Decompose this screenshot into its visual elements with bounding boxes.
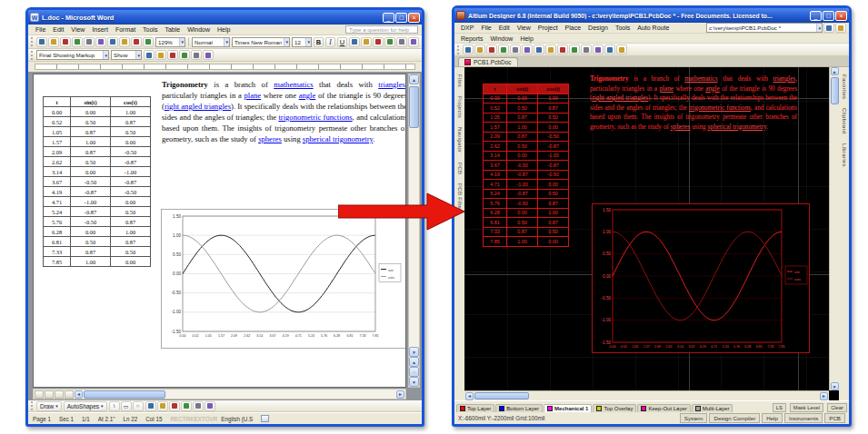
redo-icon[interactable]	[557, 44, 568, 54]
scrollbar-thumb[interactable]	[474, 392, 529, 399]
copy-icon[interactable]	[119, 37, 130, 47]
ask-question-box[interactable]: Type a question for help	[345, 25, 418, 34]
toolbar-grip[interactable]	[457, 45, 460, 54]
web-layout-view-button[interactable]	[45, 390, 54, 399]
fit-board-icon[interactable]	[534, 44, 544, 54]
print-icon[interactable]	[72, 37, 83, 47]
scroll-up-button[interactable]: ▲	[409, 74, 419, 84]
font-combo[interactable]: Times New Roman ▾	[232, 37, 290, 47]
oval-icon[interactable]: ○	[133, 401, 144, 411]
style-combo[interactable]: Normal ▾	[192, 37, 230, 47]
align-left-icon[interactable]	[349, 37, 360, 47]
help-panel-button[interactable]: Help	[762, 413, 783, 423]
altium-menu-place[interactable]: Place	[562, 25, 585, 31]
cut-icon[interactable]	[107, 37, 118, 47]
scroll-right-button[interactable]: ►	[396, 390, 404, 399]
open-icon[interactable]	[474, 44, 485, 54]
pcb-panel-button[interactable]: PCB	[824, 413, 845, 423]
layer-tab-bottom-layer[interactable]: Bottom Layer	[495, 404, 543, 412]
word-menu-edit[interactable]: Edit	[49, 26, 67, 33]
hyperlink[interactable]: right angled triangles	[165, 102, 231, 111]
word-menu-insert[interactable]: Insert	[88, 26, 112, 33]
settings-icon[interactable]	[835, 23, 846, 33]
word-menu-tools[interactable]: Tools	[139, 26, 161, 33]
highlight-icon[interactable]	[203, 50, 214, 60]
altium-menu-tools[interactable]: Tools	[612, 25, 634, 31]
altium-menu-project[interactable]: Project	[534, 25, 562, 31]
hyperlink[interactable]: spherical trigonometry	[303, 134, 373, 143]
print-preview-icon[interactable]	[84, 37, 95, 47]
design-compiler-panel-button[interactable]: Design Compiler	[709, 413, 760, 423]
layer-tab-mechanical-1[interactable]: Mechanical 1	[544, 404, 592, 412]
draw-menu-button[interactable]: Draw ▾	[36, 401, 62, 411]
document-path-combo[interactable]: c:\very\temp\PCB1.PcbDoc * ▾	[706, 23, 823, 33]
scrollbar-thumb[interactable]	[409, 86, 419, 128]
fill-color-icon[interactable]	[193, 401, 204, 411]
autoshapes-menu-button[interactable]: AutoShapes ▾	[64, 401, 107, 411]
arrow-icon[interactable]	[145, 401, 156, 411]
maximize-button[interactable]: □	[395, 13, 407, 23]
previous-page-button[interactable]: ▲	[409, 357, 419, 367]
outline-view-button[interactable]	[65, 390, 74, 399]
clip-art-icon[interactable]	[181, 401, 192, 411]
align-center-icon[interactable]	[361, 37, 372, 47]
next-page-button[interactable]: ▼	[409, 377, 419, 387]
hyperlink[interactable]: trigonometric functions	[278, 113, 352, 122]
maximize-button[interactable]: □	[823, 11, 834, 21]
zoom-combo[interactable]: 129% ▾	[155, 37, 185, 47]
scrollbar-thumb[interactable]	[84, 390, 165, 399]
italic-button[interactable]: I	[325, 37, 335, 47]
numbering-icon[interactable]	[384, 37, 395, 47]
undo-icon[interactable]	[143, 37, 154, 47]
pcb-document-tab[interactable]: PCB1.PcbDoc	[458, 57, 518, 66]
panel-tab-pcb[interactable]: PCB	[457, 163, 463, 174]
show-menu[interactable]: Show ▾	[111, 50, 142, 60]
layer-tab-keep-out-layer[interactable]: Keep-Out Layer	[637, 404, 690, 412]
hyperlink[interactable]: angle	[299, 91, 316, 100]
altium-menu-reports[interactable]: Reports	[457, 35, 487, 42]
normal-view-button[interactable]	[35, 390, 44, 399]
toolbar-grip[interactable]	[31, 51, 34, 60]
instruments-panel-button[interactable]: Instruments	[784, 413, 823, 423]
hyperlink[interactable]: trigonometric functions	[689, 104, 751, 112]
system-panel-button[interactable]: System	[680, 413, 708, 423]
scroll-down-button[interactable]: ▼	[831, 382, 839, 390]
align-right-icon[interactable]	[373, 37, 384, 47]
select-browse-object-button[interactable]: ○	[409, 367, 419, 377]
accept-change-icon[interactable]	[155, 50, 166, 60]
copy-icon[interactable]	[581, 44, 592, 54]
hyperlink[interactable]: mathematics	[684, 75, 717, 83]
word-menu-window[interactable]: Window	[184, 26, 214, 33]
altium-menu-edit[interactable]: Edit	[495, 25, 514, 31]
scroll-up-button[interactable]: ▲	[831, 67, 839, 75]
altium-menu-design[interactable]: Design	[584, 25, 612, 31]
paste-icon[interactable]	[593, 44, 604, 54]
altium-titlebar[interactable]: Altium Designer 6.8 (Internal Build 9050…	[454, 8, 849, 23]
print-layout-view-button[interactable]	[55, 390, 64, 399]
print-icon[interactable]	[498, 44, 509, 54]
zoom-out-icon[interactable]	[522, 44, 533, 54]
search-icon[interactable]	[823, 23, 834, 33]
scroll-right-button[interactable]: ►	[820, 392, 828, 400]
word-titlebar[interactable]: W L.doc - Microsoft Word _ □ ×	[28, 10, 422, 25]
clear-button[interactable]: Clear	[827, 403, 847, 412]
panel-tab-libraries[interactable]: Libraries	[842, 143, 847, 167]
save-icon[interactable]	[486, 44, 497, 54]
layer-tab-multi-layer[interactable]: Multi-Layer	[692, 404, 733, 412]
track-changes-icon[interactable]	[144, 50, 155, 60]
underline-button[interactable]: U	[337, 37, 347, 47]
horizontal-ruler[interactable]	[28, 62, 422, 72]
font-size-combo[interactable]: 12 ▾	[292, 37, 312, 47]
comment-icon[interactable]	[179, 50, 190, 60]
reject-change-icon[interactable]	[167, 50, 178, 60]
altium-menu-file[interactable]: File	[477, 25, 494, 31]
altium-menu-dxp[interactable]: DXP	[457, 25, 477, 31]
hyperlink[interactable]: triangles	[773, 75, 795, 83]
hyperlink[interactable]: spheres	[258, 134, 282, 143]
undo-icon[interactable]	[545, 44, 556, 54]
layer-tab-top-layer[interactable]: Top Layer	[456, 404, 494, 412]
scroll-left-button[interactable]: ◄	[75, 390, 83, 399]
close-button[interactable]: ×	[408, 13, 420, 23]
reviewing-pane-icon[interactable]	[191, 50, 202, 60]
toolbar-grip[interactable]	[31, 401, 34, 410]
